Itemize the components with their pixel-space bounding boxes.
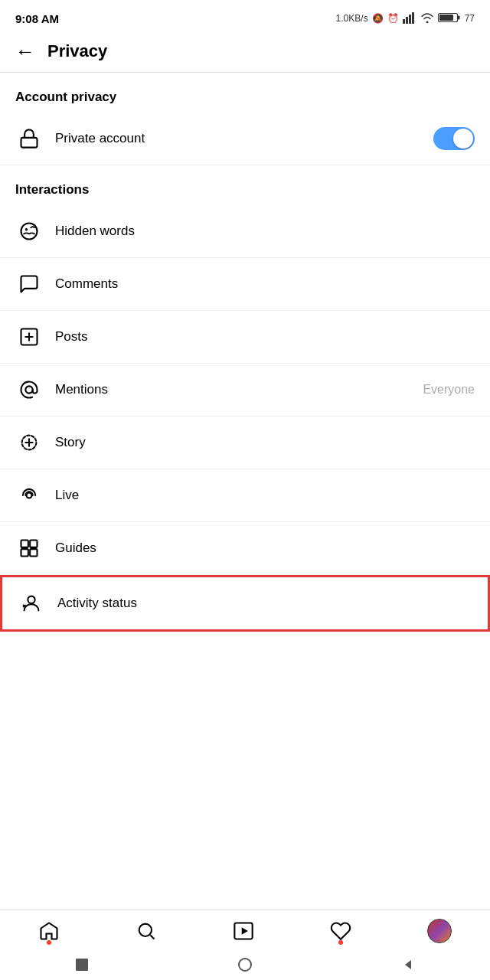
android-square-btn[interactable]	[73, 956, 91, 974]
nav-activity[interactable]	[330, 920, 351, 942]
nav-profile[interactable]	[427, 919, 452, 943]
private-account-toggle[interactable]	[433, 127, 475, 150]
nav-home[interactable]	[38, 920, 60, 942]
activity-status-icon	[18, 590, 45, 617]
svg-rect-29	[76, 959, 88, 971]
svg-point-25	[139, 924, 151, 936]
svg-point-8	[21, 224, 38, 240]
bottom-nav	[0, 909, 490, 949]
guides-label: Guides	[55, 541, 475, 556]
android-circle-btn[interactable]	[236, 956, 254, 974]
interactions-label: Interactions	[0, 165, 490, 205]
svg-rect-3	[412, 12, 414, 24]
private-account-item[interactable]: Private account	[0, 113, 490, 165]
lock-icon	[15, 125, 43, 152]
svg-rect-0	[403, 19, 405, 24]
svg-rect-21	[30, 549, 37, 556]
page-title: Privacy	[47, 41, 107, 61]
mentions-value: Everyone	[423, 383, 475, 397]
svg-rect-20	[21, 549, 28, 556]
story-label: Story	[55, 435, 475, 450]
svg-rect-18	[21, 541, 28, 547]
alarm-icon: ⏰	[387, 13, 399, 24]
svg-point-17	[27, 493, 32, 498]
back-button[interactable]: ←	[15, 41, 35, 61]
svg-line-26	[150, 935, 154, 939]
posts-item[interactable]: Posts	[0, 311, 490, 364]
live-label: Live	[55, 488, 475, 503]
android-nav-bar	[0, 949, 490, 980]
mentions-item[interactable]: Mentions Everyone	[0, 364, 490, 416]
svg-rect-1	[406, 17, 408, 24]
private-account-label: Private account	[55, 131, 433, 146]
svg-point-22	[28, 596, 34, 603]
comments-label: Comments	[55, 276, 475, 292]
guides-icon	[15, 534, 43, 562]
posts-label: Posts	[55, 329, 475, 345]
activity-status-label: Activity status	[57, 596, 472, 611]
posts-icon	[15, 323, 43, 351]
svg-point-9	[25, 228, 28, 231]
wifi-icon	[420, 12, 434, 25]
svg-point-30	[239, 959, 251, 971]
status-time: 9:08 AM	[15, 12, 59, 25]
svg-marker-28	[242, 927, 248, 934]
nav-search[interactable]	[136, 920, 157, 942]
svg-rect-2	[409, 15, 411, 24]
story-icon	[15, 429, 43, 456]
profile-avatar	[427, 919, 452, 943]
hidden-words-label: Hidden words	[55, 224, 475, 239]
svg-rect-5	[457, 15, 459, 19]
story-item[interactable]: Story	[0, 416, 490, 469]
guides-item[interactable]: Guides	[0, 522, 490, 575]
mentions-icon	[15, 376, 43, 403]
comments-icon	[15, 270, 43, 298]
activity-status-item[interactable]: Activity status	[0, 575, 490, 632]
svg-rect-7	[21, 138, 38, 148]
toggle-track	[433, 127, 475, 150]
mute-icon: 🔕	[372, 13, 384, 24]
svg-point-13	[25, 386, 32, 393]
status-icons: 1.0KB/s 🔕 ⏰ 77	[336, 11, 475, 26]
battery-status	[438, 11, 461, 26]
android-back-btn[interactable]	[399, 956, 417, 974]
toggle-thumb	[453, 129, 473, 149]
header: ← Privacy	[0, 34, 490, 73]
status-bar: 9:08 AM 1.0KB/s 🔕 ⏰	[0, 0, 490, 34]
svg-marker-31	[405, 960, 411, 969]
live-item[interactable]: Live	[0, 469, 490, 522]
home-notification-dot	[47, 940, 51, 945]
interactions-section: Interactions Hidden words Comments	[0, 165, 490, 632]
signal-icon	[403, 11, 416, 26]
network-speed: 1.0KB/s	[336, 13, 368, 24]
mentions-label: Mentions	[55, 382, 423, 397]
hidden-words-item[interactable]: Hidden words	[0, 205, 490, 258]
live-icon	[15, 482, 43, 509]
battery-percent: 77	[465, 13, 475, 24]
hidden-words-icon	[15, 217, 43, 245]
account-privacy-label: Account privacy	[0, 73, 490, 113]
account-privacy-section: Account privacy Private account	[0, 73, 490, 165]
svg-rect-6	[439, 15, 453, 21]
nav-reels[interactable]	[233, 920, 254, 942]
comments-item[interactable]: Comments	[0, 258, 490, 311]
svg-rect-19	[30, 541, 37, 547]
activity-notification-dot	[338, 940, 343, 945]
